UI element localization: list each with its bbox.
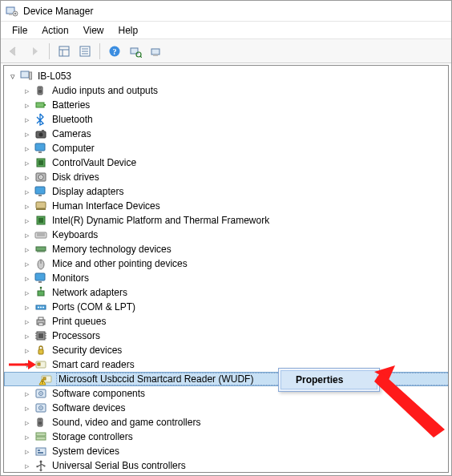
tree-item-label: Software components (50, 388, 147, 399)
tree-item-label: Storage controllers (50, 431, 135, 442)
toolbar-separator (49, 43, 50, 59)
tree-item-label: Monitors (50, 272, 91, 284)
tree-item-label: Display adapters (50, 186, 125, 197)
tree-item[interactable]: Batteries (4, 98, 448, 112)
tree-item[interactable]: Software devices (4, 401, 448, 415)
tree-item[interactable]: Human Interface Devices (4, 199, 448, 213)
smartcard-icon (40, 373, 53, 385)
expander-icon[interactable] (22, 171, 33, 183)
expander-icon[interactable] (22, 215, 33, 226)
tree-item[interactable]: Network adapters (4, 285, 448, 300)
expander-icon[interactable] (22, 258, 33, 269)
expander-icon[interactable] (22, 157, 33, 168)
expander-icon[interactable] (22, 446, 33, 457)
back-button[interactable] (4, 42, 23, 61)
tree-item[interactable]: Security devices (4, 343, 448, 357)
mouse-icon (34, 257, 47, 270)
tree-item[interactable]: ControlVault Device (4, 155, 448, 170)
tree-item-label: Human Interface Devices (50, 200, 162, 212)
expander-icon[interactable] (22, 85, 33, 96)
expander-icon[interactable] (7, 71, 18, 82)
tree-item[interactable]: Bluetooth (4, 112, 448, 127)
tree-item[interactable]: Intel(R) Dynamic Platform and Thermal Fr… (4, 213, 448, 228)
tree-item[interactable]: Audio inputs and outputs (4, 83, 448, 98)
expander-icon[interactable] (22, 186, 33, 197)
add-legacy-button[interactable] (147, 42, 166, 61)
tree-item-label: Microsoft Usbccid Smartcard Reader (WUDF… (56, 373, 449, 385)
menu-file[interactable]: File (6, 23, 34, 38)
expander-icon[interactable] (22, 114, 33, 125)
tree-item-label: Computer (50, 143, 96, 154)
tree-root[interactable]: IB-L053 (4, 69, 448, 83)
help-button[interactable]: ? (105, 42, 124, 61)
tree-item[interactable]: Display adapters (4, 184, 448, 199)
expander-icon[interactable] (22, 417, 33, 428)
tree-item[interactable]: System devices (4, 444, 448, 458)
tree-item[interactable]: Mice and other pointing devices (4, 256, 448, 271)
tree-item[interactable]: Universal Serial Bus controllers (4, 458, 448, 473)
expander-icon[interactable] (22, 143, 33, 154)
expander-icon[interactable] (22, 287, 33, 298)
tree-item[interactable]: Print queues (4, 314, 448, 329)
smartcard-icon (34, 358, 47, 371)
computer-icon (20, 70, 33, 83)
expander-icon[interactable] (22, 128, 33, 139)
tree-item-label: Ports (COM & LPT) (50, 301, 137, 313)
tree-item[interactable]: Smart card readers (4, 357, 448, 372)
expander-icon[interactable] (22, 460, 33, 471)
tree-child-item[interactable]: Microsoft Usbccid Smartcard Reader (WUDF… (4, 372, 448, 386)
printer-icon (34, 315, 47, 328)
expander-icon[interactable] (22, 200, 33, 212)
expander-icon[interactable] (22, 431, 33, 442)
menu-help[interactable]: Help (112, 23, 145, 38)
expander-icon[interactable] (22, 316, 33, 327)
ctx-properties[interactable]: Properties (280, 370, 377, 389)
device-tree[interactable]: IB-L053 Audio inputs and outputs Batteri… (4, 66, 448, 473)
expander-icon[interactable] (22, 345, 33, 356)
tree-item-label: Universal Serial Bus controllers (50, 460, 188, 471)
expander-icon[interactable] (22, 99, 33, 111)
expander-icon[interactable] (22, 229, 33, 240)
device-tree-panel[interactable]: IB-L053 Audio inputs and outputs Batteri… (3, 65, 449, 473)
monitor-icon (34, 142, 47, 155)
tree-item[interactable]: Software components (4, 386, 448, 401)
software-icon (34, 401, 47, 414)
tree-item[interactable]: Storage controllers (4, 430, 448, 444)
tree-item[interactable]: Disk drives (4, 170, 448, 184)
tree-item[interactable]: Processors (4, 329, 448, 343)
expander-icon[interactable] (22, 359, 33, 370)
expander-icon[interactable] (22, 402, 33, 413)
scan-button[interactable] (126, 42, 145, 61)
tree-item[interactable]: Computer (4, 141, 448, 155)
tree-item[interactable]: Ports (COM & LPT) (4, 300, 448, 314)
menu-action[interactable]: Action (35, 23, 75, 38)
expander-icon[interactable] (22, 330, 33, 341)
cpu-icon (34, 329, 47, 342)
window-title: Device Manager (23, 6, 93, 17)
svg-rect-16 (153, 54, 158, 56)
forward-button[interactable] (25, 42, 44, 61)
tree-item[interactable]: Cameras (4, 127, 448, 141)
tree-item[interactable]: Monitors (4, 271, 448, 285)
tree-item-label: Intel(R) Dynamic Platform and Thermal Fr… (50, 215, 271, 226)
memory-icon (34, 243, 47, 256)
tree-item[interactable]: Keyboards (4, 228, 448, 242)
security-icon (34, 344, 47, 357)
speaker-icon (34, 84, 47, 97)
menu-view[interactable]: View (77, 23, 111, 38)
expander-icon[interactable] (22, 388, 33, 399)
expander-icon[interactable] (22, 301, 33, 313)
expander-icon[interactable] (22, 272, 33, 284)
context-menu: Properties (278, 368, 380, 392)
disk-icon (34, 171, 47, 184)
camera-icon (34, 127, 47, 140)
expander-icon[interactable] (22, 244, 33, 255)
show-hidden-button[interactable] (54, 42, 74, 61)
storage-icon (34, 430, 47, 443)
tree-item[interactable]: Sound, video and game controllers (4, 415, 448, 430)
menubar: File Action View Help (1, 22, 451, 39)
properties-button[interactable] (75, 42, 95, 61)
monitor-icon (34, 272, 47, 284)
tree-item[interactable]: Memory technology devices (4, 242, 448, 256)
tree-item-label: Memory technology devices (50, 244, 173, 255)
